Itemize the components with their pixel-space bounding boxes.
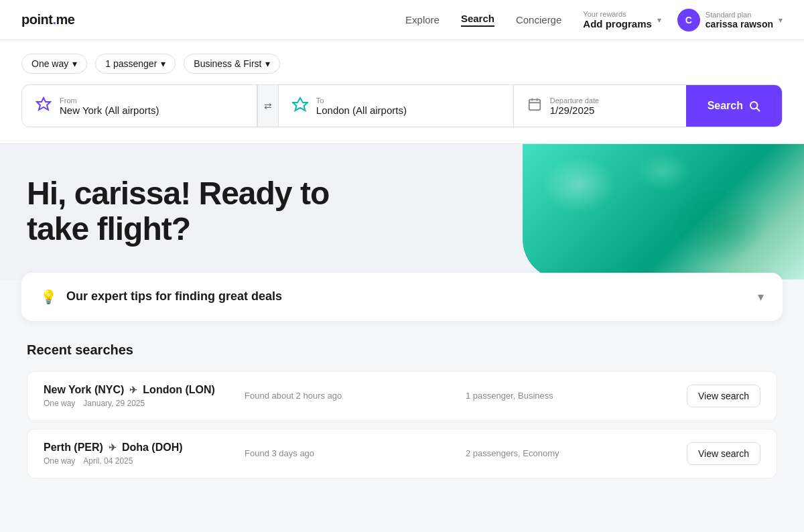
to-airport-0: London (LON) bbox=[143, 384, 215, 396]
trip-type-0: One way bbox=[44, 399, 75, 408]
search-filters: One way ▾ 1 passenger ▾ Business & First… bbox=[21, 54, 783, 74]
found-time-0: Found about 2 hours ago bbox=[245, 391, 466, 401]
airports-1: Perth (PER) ✈ Doha (DOH) bbox=[44, 442, 245, 454]
svg-line-7 bbox=[756, 108, 759, 111]
cabin-chevron-icon: ▾ bbox=[265, 58, 270, 69]
to-label: To bbox=[316, 96, 407, 105]
hero-content: Hi, carissa! Ready to take flight? bbox=[0, 144, 415, 279]
user-plan: Standard plan bbox=[706, 11, 773, 19]
route-arrow-icon-1: ✈ bbox=[109, 442, 117, 453]
to-airport-1: Doha (DOH) bbox=[122, 442, 183, 454]
avatar: C bbox=[677, 9, 700, 31]
recent-search-item-0: New York (NYC) ✈ London (LON) One way Ja… bbox=[27, 371, 777, 421]
route-arrow-icon-0: ✈ bbox=[129, 385, 137, 395]
airports-0: New York (NYC) ✈ London (LON) bbox=[44, 384, 245, 396]
view-search-button-1[interactable]: View search bbox=[687, 442, 760, 465]
trip-type-label: One way bbox=[31, 58, 68, 69]
from-airport-0: New York (NYC) bbox=[44, 384, 124, 396]
hero-title: Hi, carissa! Ready to take flight? bbox=[27, 176, 389, 247]
route-0: New York (NYC) ✈ London (LON) One way Ja… bbox=[44, 384, 245, 408]
recent-searches-title: Recent searches bbox=[27, 342, 777, 358]
trip-date-0: January, 29 2025 bbox=[83, 399, 145, 408]
rewards-chevron-icon: ▾ bbox=[657, 15, 661, 25]
search-bar: From New York (All airports) ⇄ To London… bbox=[21, 84, 783, 127]
user-info: Standard plan carissa rawson bbox=[706, 11, 773, 29]
to-value: London (All airports) bbox=[316, 105, 407, 116]
to-airport-icon bbox=[292, 96, 308, 116]
date-label: Departure date bbox=[550, 96, 599, 105]
search-button-label: Search bbox=[708, 100, 743, 112]
passengers-label: 1 passenger bbox=[105, 58, 157, 69]
cabin-filter[interactable]: Business & First ▾ bbox=[184, 54, 280, 74]
from-content: From New York (All airports) bbox=[60, 96, 159, 116]
username: carissa rawson bbox=[706, 19, 773, 29]
nav-explore[interactable]: Explore bbox=[405, 14, 440, 25]
user-chevron-icon: ▾ bbox=[779, 15, 783, 25]
rewards-label: Your rewards bbox=[583, 10, 652, 18]
nav-concierge[interactable]: Concierge bbox=[516, 14, 561, 25]
trip-date-1: April, 04 2025 bbox=[83, 456, 133, 466]
recent-search-item-1: Perth (PER) ✈ Doha (DOH) One way April, … bbox=[27, 429, 777, 478]
trip-type-chevron-icon: ▾ bbox=[72, 58, 77, 69]
tips-section: 💡 Our expert tips for finding great deal… bbox=[21, 273, 783, 321]
from-label: From bbox=[60, 96, 159, 105]
cabin-label: Business & First bbox=[194, 58, 261, 69]
to-field[interactable]: To London (All airports) bbox=[279, 85, 514, 127]
search-icon bbox=[748, 100, 760, 112]
date-field[interactable]: Departure date 1/29/2025 bbox=[514, 85, 686, 127]
passengers-filter[interactable]: 1 passenger ▾ bbox=[95, 54, 176, 74]
swap-button[interactable]: ⇄ bbox=[257, 85, 279, 127]
user-menu[interactable]: C Standard plan carissa rawson ▾ bbox=[677, 9, 783, 31]
to-content: To London (All airports) bbox=[316, 96, 407, 116]
lightbulb-icon: 💡 bbox=[40, 289, 57, 305]
hero-section: Hi, carissa! Ready to take flight? bbox=[0, 144, 804, 279]
nav-links: Explore Search Concierge bbox=[405, 13, 561, 27]
date-value: 1/29/2025 bbox=[550, 105, 599, 116]
trip-type-filter[interactable]: One way ▾ bbox=[21, 54, 87, 74]
from-airport-icon bbox=[36, 96, 52, 116]
trip-type-1: One way bbox=[44, 456, 75, 466]
tips-title: Our expert tips for finding great deals bbox=[66, 289, 282, 304]
view-search-button-0[interactable]: View search bbox=[687, 385, 760, 407]
nav-search[interactable]: Search bbox=[461, 13, 494, 27]
rewards-text: Add programs bbox=[583, 18, 652, 29]
svg-marker-1 bbox=[293, 98, 308, 111]
from-field[interactable]: From New York (All airports) bbox=[22, 85, 257, 127]
svg-rect-2 bbox=[529, 99, 540, 110]
route-meta-1: One way April, 04 2025 bbox=[44, 456, 245, 466]
hero-image bbox=[523, 144, 804, 279]
tips-left: 💡 Our expert tips for finding great deal… bbox=[40, 289, 282, 305]
found-time-1: Found 3 days ago bbox=[245, 448, 466, 458]
from-airport-1: Perth (PER) bbox=[44, 442, 103, 454]
search-section: One way ▾ 1 passenger ▾ Business & First… bbox=[0, 40, 804, 144]
nav-rewards[interactable]: Your rewards Add programs ▾ bbox=[583, 10, 661, 29]
search-button[interactable]: Search bbox=[686, 85, 782, 127]
logo[interactable]: point.me bbox=[21, 12, 74, 27]
passengers-chevron-icon: ▾ bbox=[161, 58, 165, 69]
passengers-0: 1 passenger, Business bbox=[466, 391, 687, 401]
tips-chevron-icon: ▾ bbox=[758, 289, 764, 304]
from-value: New York (All airports) bbox=[60, 105, 159, 116]
recent-section: Recent searches New York (NYC) ✈ London … bbox=[0, 321, 804, 508]
calendar-icon bbox=[527, 97, 542, 115]
route-meta-0: One way January, 29 2025 bbox=[44, 399, 245, 408]
date-content: Departure date 1/29/2025 bbox=[550, 96, 599, 116]
navbar: point.me Explore Search Concierge Your r… bbox=[0, 0, 804, 40]
tips-card[interactable]: 💡 Our expert tips for finding great deal… bbox=[21, 273, 783, 321]
passengers-1: 2 passengers, Economy bbox=[466, 448, 687, 458]
route-1: Perth (PER) ✈ Doha (DOH) One way April, … bbox=[44, 442, 245, 466]
svg-marker-0 bbox=[37, 98, 50, 110]
